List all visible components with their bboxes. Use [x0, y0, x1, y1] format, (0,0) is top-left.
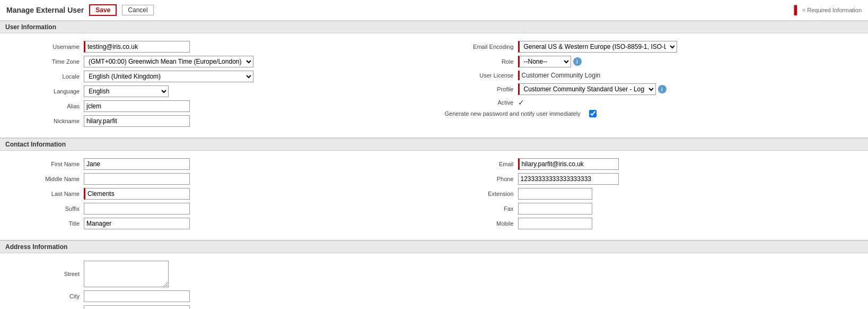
first-name-input[interactable] [84, 158, 190, 170]
mobile-label: Mobile [445, 220, 514, 227]
username-input[interactable] [84, 41, 190, 53]
suffix-row: Suffix [11, 203, 424, 214]
cancel-button[interactable]: Cancel [122, 5, 153, 15]
state-input[interactable] [84, 305, 190, 309]
required-note: ▌ = Required Information [794, 5, 862, 15]
address-info-right [434, 259, 869, 309]
profile-row: Profile Customer Community Standard User… [445, 83, 858, 95]
language-select[interactable]: English [84, 85, 169, 97]
address-info-body: Street City State/Province Zip/Postal Co… [0, 253, 868, 309]
address-information-section: Address Information Street City State/Pr… [0, 241, 868, 309]
contact-info-label: Contact Information [5, 141, 66, 148]
middle-name-row: Middle Name [11, 173, 424, 185]
user-info-left: Username Time Zone (GMT+00:00) Greenwich… [0, 39, 434, 132]
state-row: State/Province [11, 305, 424, 309]
address-info-label: Address Information [5, 243, 67, 251]
username-label: Username [11, 44, 80, 50]
street-input[interactable] [84, 261, 169, 287]
first-name-row: First Name [11, 158, 424, 170]
fax-input[interactable] [518, 203, 592, 214]
nickname-row: Nickname [11, 115, 424, 127]
generate-password-label: Generate new password and notify user im… [445, 110, 581, 117]
role-label: Role [445, 58, 514, 65]
role-info-icon[interactable]: i [573, 57, 582, 66]
contact-info-header: Contact Information [0, 138, 868, 151]
title-row: Title [11, 218, 424, 229]
phone-label: Phone [445, 176, 514, 182]
profile-label: Profile [445, 86, 514, 92]
user-license-row: User License Customer Community Login [445, 71, 858, 80]
contact-info-right: Email Phone Extension Fax Mobile [434, 156, 869, 235]
email-encoding-label: Email Encoding [445, 44, 514, 50]
extension-input[interactable] [518, 188, 592, 200]
mobile-row: Mobile [445, 218, 858, 229]
fax-row: Fax [445, 203, 858, 214]
phone-row: Phone [445, 173, 858, 185]
middle-name-label: Middle Name [11, 176, 80, 182]
fax-label: Fax [445, 205, 514, 212]
contact-info-left: First Name Middle Name Last Name Suffix … [0, 156, 434, 235]
role-row: Role --None-- i [445, 56, 858, 67]
user-license-value: Customer Community Login [518, 71, 603, 80]
user-info-header: User Information [0, 21, 868, 33]
contact-info-body: First Name Middle Name Last Name Suffix … [0, 151, 868, 240]
generate-password-checkbox[interactable] [589, 110, 597, 117]
save-button[interactable]: Save [89, 4, 117, 16]
address-info-grid: Street City State/Province Zip/Postal Co… [0, 259, 868, 309]
alias-row: Alias [11, 100, 424, 112]
user-license-label: User License [445, 72, 514, 79]
street-label: Street [11, 271, 80, 277]
locale-label: Locale [11, 73, 80, 80]
profile-select[interactable]: Customer Community Standard User - Login [518, 83, 656, 95]
user-info-grid: Username Time Zone (GMT+00:00) Greenwich… [0, 39, 868, 132]
role-select[interactable]: --None-- [518, 56, 571, 67]
active-label: Active [445, 99, 514, 106]
title-label: Title [11, 220, 80, 227]
locale-select[interactable]: English (United Kingdom) [84, 71, 253, 82]
last-name-row: Last Name [11, 188, 424, 200]
contact-information-section: Contact Information First Name Middle Na… [0, 138, 868, 241]
generate-password-row: Generate new password and notify user im… [445, 110, 858, 117]
active-row: Active ✓ [445, 98, 858, 107]
email-label: Email [445, 161, 514, 167]
nickname-input[interactable] [84, 115, 190, 127]
phone-input[interactable] [518, 173, 619, 185]
page-header: Manage External User Save Cancel ▌ = Req… [0, 0, 868, 21]
mobile-input[interactable] [518, 218, 592, 229]
language-label: Language [11, 88, 80, 95]
email-encoding-select[interactable]: General US & Western Europe (ISO-8859-1,… [518, 41, 677, 53]
email-encoding-row: Email Encoding General US & Western Euro… [445, 41, 858, 53]
suffix-input[interactable] [84, 203, 190, 214]
title-input[interactable] [84, 218, 190, 229]
user-information-section: User Information Username Time Zone (GMT… [0, 21, 868, 138]
user-info-body: Username Time Zone (GMT+00:00) Greenwich… [0, 33, 868, 138]
city-row: City [11, 290, 424, 302]
last-name-input[interactable] [84, 188, 190, 200]
city-input[interactable] [84, 290, 190, 302]
street-row: Street [11, 261, 424, 287]
nickname-label: Nickname [11, 118, 80, 124]
address-info-header: Address Information [0, 241, 868, 253]
timezone-label: Time Zone [11, 58, 80, 65]
page-title: Manage External User [6, 6, 84, 14]
contact-info-grid: First Name Middle Name Last Name Suffix … [0, 156, 868, 235]
timezone-select[interactable]: (GMT+00:00) Greenwich Mean Time (Europe/… [84, 56, 253, 67]
alias-input[interactable] [84, 100, 190, 112]
email-input[interactable] [518, 158, 619, 170]
timezone-row: Time Zone (GMT+00:00) Greenwich Mean Tim… [11, 56, 424, 67]
extension-label: Extension [445, 191, 514, 197]
profile-info-icon[interactable]: i [658, 85, 667, 93]
city-label: City [11, 293, 80, 299]
middle-name-input[interactable] [84, 173, 190, 185]
email-row: Email [445, 158, 858, 170]
address-info-left: Street City State/Province Zip/Postal Co… [0, 259, 434, 309]
language-row: Language English [11, 85, 424, 97]
locale-row: Locale English (United Kingdom) [11, 71, 424, 82]
first-name-label: First Name [11, 161, 80, 167]
user-info-label: User Information [5, 23, 56, 31]
suffix-label: Suffix [11, 205, 80, 212]
username-row: Username [11, 41, 424, 53]
alias-label: Alias [11, 103, 80, 109]
active-checkmark: ✓ [518, 98, 524, 107]
user-info-right: Email Encoding General US & Western Euro… [434, 39, 869, 132]
